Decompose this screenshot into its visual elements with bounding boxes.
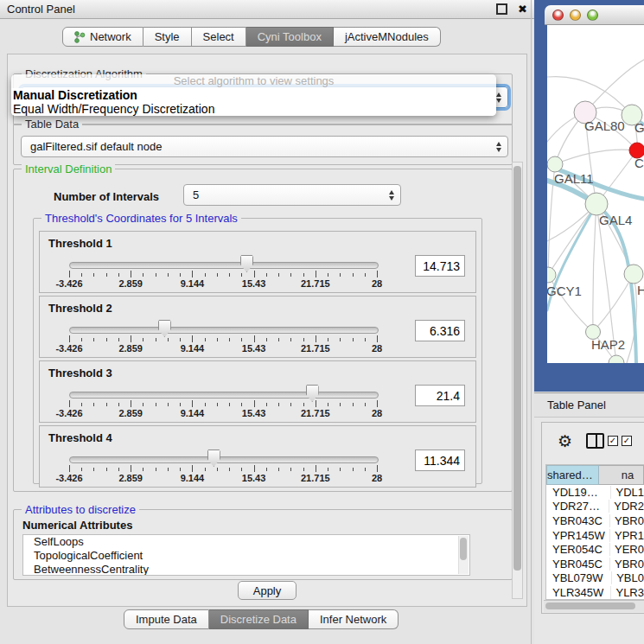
network-canvas[interactable]: GAL80GACGAL11GAL4GCY1HHAP2 (547, 25, 644, 363)
network-edge[interactable] (593, 204, 596, 332)
network-node[interactable] (547, 267, 556, 283)
table-horizontal-scrollbar[interactable] (544, 600, 644, 612)
table-header-row: shared…na (546, 465, 644, 485)
table-row[interactable]: YDL19… YDL1 (546, 485, 644, 500)
table-row[interactable]: YBR043C YBR0 (546, 513, 644, 528)
apply-button[interactable]: Apply (238, 581, 296, 600)
threshold-value-field[interactable]: 11.344 (415, 450, 465, 471)
threshold-label: Threshold 4 (48, 431, 112, 444)
table-data-selected-value: galFiltered.sif default node (30, 140, 162, 153)
table-panel-title: Table Panel (547, 399, 606, 411)
table-data-combobox[interactable]: galFiltered.sif default node (21, 136, 508, 157)
float-window-icon[interactable] (496, 3, 507, 15)
tab-infer-network[interactable]: Infer Network (309, 609, 399, 629)
mac-close-button[interactable] (552, 10, 564, 21)
checkbox-icon[interactable]: ✓ (608, 436, 618, 446)
table-cell: YPR1 (610, 529, 644, 542)
number-of-intervals-combobox[interactable]: 5 (183, 184, 401, 206)
threshold-value-field[interactable]: 14.713 (415, 255, 465, 277)
list-scroll-thumb[interactable] (460, 538, 467, 560)
network-edge[interactable] (555, 150, 637, 164)
top-tab-bar: NetworkStyleSelectCyni ToolboxjActiveMNo… (62, 27, 441, 47)
column-header[interactable]: shared… (546, 465, 599, 485)
threshold-panel: Threshold 2 -3.4262.8599.14415.4321.7152… (39, 296, 476, 358)
node-label: GAL11 (554, 171, 594, 186)
tab-network[interactable]: Network (62, 27, 143, 47)
table-toolbar: ⚙ ✓ ✓ (542, 427, 644, 455)
table-panel-body: ⚙ ✓ ✓ shared…na YDL19… YDL1 YDR27… YDR2 … (541, 422, 644, 614)
table-cell: YBL0 (612, 571, 644, 584)
right-side: GAL80GACGAL11GAL4GCY1HHAP2 Table Panel ⚙… (534, 0, 644, 644)
mac-minimize-button[interactable] (570, 10, 581, 21)
table-row[interactable]: YLR345W YLR3 (546, 585, 644, 600)
threshold-slider-handle[interactable] (306, 385, 319, 402)
node-label: GAL80 (584, 118, 625, 133)
table-data-group: Table Data galFiltered.sif default node (13, 124, 513, 165)
threshold-panels: Threshold 1 -3.4262.8599.14415.4321.7152… (39, 231, 476, 490)
tab-jactivemnodules[interactable]: jActiveMNodules (334, 27, 441, 47)
tab-discretize-data[interactable]: Discretize Data (209, 609, 309, 629)
table-cell: YDL19… (546, 486, 611, 499)
threshold-slider-track[interactable] (69, 456, 379, 463)
table-row[interactable]: YPR145W YPR1 (546, 528, 644, 543)
slider-ticks (69, 271, 377, 278)
combo-stepper-icon (496, 142, 501, 152)
threshold-value-field[interactable]: 6.316 (415, 320, 465, 341)
bottom-tab-bar: Impute DataDiscretize DataInfer Network (124, 609, 399, 629)
tab-select[interactable]: Select (192, 27, 246, 47)
list-item[interactable]: SelfLoops (23, 535, 469, 549)
threshold-slider-handle[interactable] (158, 320, 171, 337)
slider-ticks (69, 335, 377, 343)
table-cell: YBR0 (610, 514, 644, 527)
node-label: GA (634, 120, 644, 135)
dropdown-option[interactable]: Equal Width/Frequency Discretization (11, 102, 496, 116)
panel-splitter[interactable] (531, 0, 532, 644)
tab-impute-data[interactable]: Impute Data (124, 609, 209, 629)
table-row[interactable]: YER054C YER0 (546, 542, 644, 557)
network-edge[interactable] (593, 274, 634, 332)
table-hscroll-thumb[interactable] (545, 603, 635, 609)
checkbox-icon[interactable]: ✓ (622, 436, 632, 446)
table-row[interactable]: YDR27… YDR2 (546, 500, 644, 514)
list-item[interactable]: BetweennessCentrality (23, 563, 469, 576)
node-table[interactable]: shared…na YDL19… YDL1 YDR27… YDR2 YBR043… (545, 464, 644, 600)
table-row[interactable]: YBL079W YBL0 (546, 571, 644, 586)
network-node[interactable] (624, 265, 643, 284)
slider-ticks (69, 400, 377, 408)
mac-zoom-button[interactable] (587, 10, 598, 21)
numerical-attributes-list[interactable]: SelfLoopsTopologicalCoefficientBetweenne… (22, 534, 470, 576)
close-icon[interactable]: ✖ (518, 3, 527, 15)
panel-scroll-thumb[interactable] (513, 166, 521, 571)
network-edge[interactable] (585, 60, 644, 112)
table-row[interactable]: YBR045C YBR0 (546, 557, 644, 571)
network-node[interactable] (609, 355, 624, 363)
column-header[interactable]: na (599, 465, 644, 485)
combo-stepper-icon (496, 92, 501, 103)
threshold-label: Threshold 1 (48, 237, 112, 250)
table-cell: YER0 (610, 543, 644, 556)
threshold-panel: Threshold 4 -3.4262.8599.14415.4321.7152… (39, 425, 476, 488)
tab-cyni-toolbox[interactable]: Cyni Toolbox (246, 27, 334, 47)
panel-vertical-scrollbar[interactable] (512, 162, 523, 599)
tab-label: Network (90, 30, 131, 43)
network-window-titlebar[interactable] (545, 5, 644, 25)
threshold-slider-handle[interactable] (207, 450, 220, 467)
network-graph[interactable]: GAL80GACGAL11GAL4GCY1HHAP2 (547, 25, 644, 363)
list-scrollbar[interactable] (458, 536, 469, 574)
threshold-slider-track[interactable] (69, 392, 379, 399)
threshold-slider-track[interactable] (69, 262, 379, 269)
tab-style[interactable]: Style (143, 27, 192, 47)
table-cell: YLR3 (611, 586, 644, 599)
table-panel-titlebar: Table Panel (534, 392, 644, 418)
split-columns-icon[interactable] (586, 433, 604, 449)
network-node[interactable] (547, 156, 563, 172)
node-label: C (634, 156, 644, 170)
threshold-slider-handle[interactable] (240, 255, 253, 272)
slider-tick-labels: -3.4262.8599.14415.4321.71528 (69, 473, 377, 483)
number-of-intervals-label: Number of Intervals (54, 190, 159, 203)
threshold-slider-track[interactable] (69, 327, 379, 334)
list-item[interactable]: TopologicalCoefficient (23, 549, 469, 563)
gear-icon[interactable]: ⚙ (558, 433, 572, 450)
dropdown-option[interactable]: Manual Discretization (11, 88, 496, 102)
threshold-value-field[interactable]: 21.4 (415, 385, 465, 406)
